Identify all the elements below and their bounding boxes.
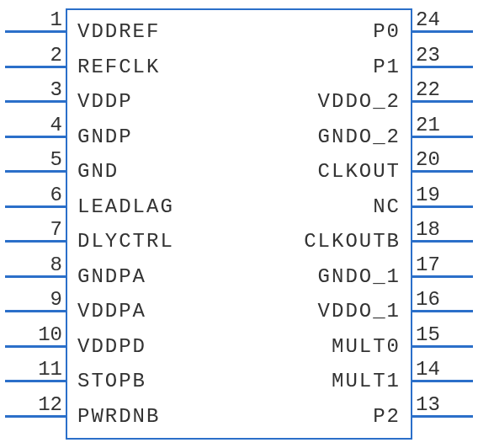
pin-number-right: 15 — [416, 323, 463, 346]
pin-row: 4GNDP21GNDO_2 — [0, 119, 478, 152]
pin-lead-line — [412, 310, 473, 312]
pin-label-left: VDDREF — [77, 20, 160, 43]
pin-number-left: 8 — [15, 253, 62, 276]
pin-label-right: VDDO_2 — [318, 90, 401, 113]
pin-number-right: 22 — [416, 78, 463, 101]
pin-label-right: VDDO_1 — [318, 300, 401, 323]
pin-lead-line — [412, 345, 473, 348]
pin-lead-line — [412, 240, 473, 243]
pin-lead-line — [5, 415, 66, 418]
pin-lead-line — [5, 275, 66, 278]
pin-row: 6LEADLAG19NC — [0, 189, 478, 222]
pin-label-right: MULT1 — [332, 370, 401, 392]
pin-number-left: 5 — [15, 148, 62, 171]
pin-number-left: 1 — [15, 8, 62, 31]
pin-number-right: 14 — [416, 358, 463, 381]
pin-number-left: 3 — [15, 78, 62, 101]
pin-lead-line — [5, 30, 66, 33]
pin-lead-line — [412, 205, 473, 208]
pin-label-left: VDDPA — [77, 300, 146, 323]
pin-label-right: GNDO_2 — [318, 125, 401, 148]
pin-number-left: 6 — [15, 184, 62, 206]
pin-label-right: MULT0 — [332, 335, 401, 358]
pin-lead-line — [5, 100, 66, 103]
pin-number-left: 7 — [15, 218, 62, 241]
pin-label-left: REFCLK — [77, 56, 160, 78]
pin-lead-line — [412, 275, 473, 278]
pin-lead-line — [412, 380, 473, 382]
pin-number-left: 11 — [15, 358, 62, 381]
pin-row: 9VDDPA16VDDO_1 — [0, 293, 478, 327]
pin-number-left: 10 — [15, 323, 62, 346]
pin-row: 7DLYCTRL18CLKOUTB — [0, 223, 478, 257]
pin-label-left: PWRDNB — [77, 405, 160, 428]
pin-label-right: P1 — [373, 56, 401, 78]
pin-lead-line — [412, 136, 473, 138]
pin-row: 8GNDPA17GNDO_1 — [0, 259, 478, 292]
pin-row: 2REFCLK23P1 — [0, 49, 478, 83]
pin-number-right: 19 — [416, 184, 463, 206]
pin-lead-line — [5, 205, 66, 208]
pin-row: 1VDDREF24P0 — [0, 13, 478, 47]
pin-number-left: 9 — [15, 288, 62, 311]
pin-lead-line — [412, 415, 473, 418]
pin-label-right: P2 — [373, 405, 401, 428]
pin-lead-line — [5, 240, 66, 243]
pin-lead-line — [5, 66, 66, 68]
pin-label-left: DLYCTRL — [77, 230, 174, 253]
pin-row: 12PWRDNB13P2 — [0, 398, 478, 432]
pin-lead-line — [412, 66, 473, 68]
pin-number-right: 24 — [416, 8, 463, 31]
pin-label-right: P0 — [373, 20, 401, 43]
pin-label-right: GNDO_1 — [318, 265, 401, 288]
pin-label-right: CLKOUTB — [304, 230, 401, 253]
pin-label-left: VDDP — [77, 90, 133, 113]
pin-number-right: 18 — [416, 218, 463, 241]
chip-pinout-diagram: 1VDDREF24P02REFCLK23P13VDDP22VDDO_24GNDP… — [0, 0, 478, 448]
pin-row: 11STOPB14MULT1 — [0, 363, 478, 397]
pin-number-right: 20 — [416, 148, 463, 171]
pin-label-left: GNDPA — [77, 265, 146, 288]
pin-label-right: CLKOUT — [318, 160, 401, 183]
pin-lead-line — [412, 100, 473, 103]
pin-label-right: NC — [373, 195, 401, 218]
pin-label-left: STOPB — [77, 370, 146, 392]
pin-lead-line — [5, 170, 66, 173]
pin-number-right: 23 — [416, 44, 463, 67]
pin-row: 5GND20CLKOUT — [0, 153, 478, 187]
pin-lead-line — [5, 136, 66, 138]
pin-number-left: 2 — [15, 44, 62, 67]
pin-lead-line — [412, 30, 473, 33]
pin-label-left: VDDPD — [77, 335, 146, 358]
pin-label-left: GNDP — [77, 125, 133, 148]
pin-label-left: GND — [77, 160, 119, 183]
pin-label-left: LEADLAG — [77, 195, 174, 218]
pin-lead-line — [5, 345, 66, 348]
pin-lead-line — [5, 310, 66, 312]
pin-lead-line — [5, 380, 66, 382]
pin-number-left: 4 — [15, 114, 62, 136]
pin-number-left: 12 — [15, 393, 62, 416]
pin-number-right: 17 — [416, 253, 463, 276]
pin-row: 10VDDPD15MULT0 — [0, 328, 478, 362]
pin-number-right: 16 — [416, 288, 463, 311]
pin-number-right: 21 — [416, 114, 463, 136]
pin-row: 3VDDP22VDDO_2 — [0, 83, 478, 117]
pin-lead-line — [412, 170, 473, 173]
pin-number-right: 13 — [416, 393, 463, 416]
